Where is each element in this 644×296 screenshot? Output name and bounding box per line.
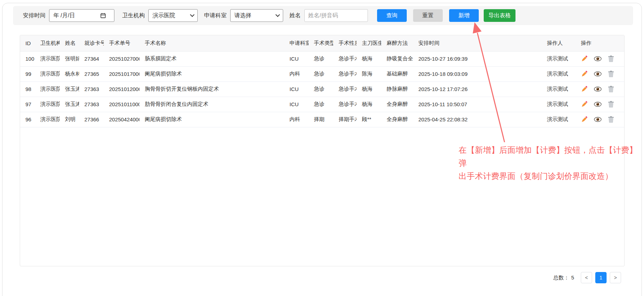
column-header: 卫生机构 — [35, 35, 60, 51]
column-header: 姓名 — [60, 35, 79, 51]
edit-icon[interactable] — [581, 86, 588, 92]
export-button[interactable]: 导出表格 — [484, 9, 515, 22]
total-value: 5 — [571, 274, 574, 280]
page-1-button[interactable]: 1 — [595, 272, 607, 283]
view-icon[interactable] — [594, 102, 602, 107]
view-icon[interactable] — [594, 56, 602, 61]
cell-id: 97 — [20, 97, 35, 112]
column-header: 主刀医生 — [357, 35, 381, 51]
table-header-row: ID卫生机构姓名就诊卡号手术单号手术名称申请科室手术类型手术性质主刀医生麻醉方法… — [20, 35, 625, 51]
row-actions — [576, 112, 625, 127]
cell-order_no: 202504240001 — [104, 112, 139, 127]
view-icon[interactable] — [594, 71, 602, 77]
cell-type: 急诊 — [309, 97, 333, 112]
annotation-text: 在【新增】后面增加【计费】按钮，点击【计费】弹 出手术计费界面（复制门诊划价界面… — [459, 144, 640, 183]
column-header: 手术类型 — [309, 35, 333, 51]
cell-time: 2025-04-25 22:08:32 — [413, 112, 542, 127]
pagination: 总数： 5 < 1 > — [553, 272, 621, 283]
cell-surgery: 肋骨骨折闭合复位内固定术 — [139, 97, 284, 112]
cell-name: 刘明 — [60, 112, 79, 127]
column-header: 操作人 — [542, 35, 576, 51]
cell-name: 张玉涛 — [60, 97, 79, 112]
cell-order_no: 202510170001 — [104, 66, 139, 81]
row-actions — [576, 66, 625, 81]
table-row: 99 演示医院 杨永林 27365 202510170001 阑尾病损切除术 内… — [20, 66, 625, 81]
cell-nature: 急诊手术 — [333, 97, 357, 112]
cell-card_no: 27363 — [79, 97, 104, 112]
cell-card_no: 27363 — [79, 81, 104, 97]
surgery-table: ID卫生机构姓名就诊卡号手术单号手术名称申请科室手术类型手术性质主刀医生麻醉方法… — [20, 35, 625, 127]
cell-dept: 内科 — [284, 112, 309, 127]
cell-surgeon: 杨海 — [357, 51, 381, 66]
cell-type: 急诊 — [309, 66, 333, 81]
total-label: 总数： — [553, 274, 569, 281]
cell-type: 择期 — [309, 112, 333, 127]
org-label: 卫生机构 — [122, 12, 145, 19]
cell-dept: ICU — [284, 51, 309, 66]
reset-button[interactable]: 重置 — [413, 9, 443, 22]
delete-icon[interactable] — [608, 55, 614, 62]
table-row: 98 演示医院 张玉涛 27363 202510120001 胸骨骨折切开复位钢… — [20, 81, 625, 97]
date-placeholder: 年 /月/日 — [53, 12, 75, 19]
cell-dept: ICU — [284, 97, 309, 112]
edit-icon[interactable] — [581, 55, 588, 62]
column-header: 手术性质 — [333, 35, 357, 51]
cell-type: 急诊 — [309, 51, 333, 66]
edit-icon[interactable] — [581, 101, 588, 108]
cell-operator: 演示测试 — [542, 51, 576, 66]
cell-anesthesia: 全身麻醉 — [381, 97, 413, 112]
cell-anesthesia: 基础麻醉 — [381, 66, 413, 81]
cell-nature: 急诊手术 — [333, 51, 357, 66]
delete-icon[interactable] — [608, 86, 614, 92]
column-header: ID — [20, 35, 35, 51]
row-actions — [576, 51, 625, 66]
cell-surgeon: 杨海 — [357, 81, 381, 97]
org-select[interactable]: 演示医院 — [148, 9, 198, 22]
edit-icon[interactable] — [581, 71, 588, 77]
edit-icon[interactable] — [581, 116, 588, 123]
schedule-date-input[interactable]: 年 /月/日 — [49, 9, 114, 22]
cell-org: 演示医院 — [35, 81, 60, 97]
table-row: 96 演示医院 刘明 27366 202504240001 阑尾病损切除术 内科… — [20, 112, 625, 127]
cell-surgery: 胸骨骨折切开复位钢板内固定术 — [139, 81, 284, 97]
column-header: 手术名称 — [139, 35, 284, 51]
cell-order_no: 202510110001 — [104, 97, 139, 112]
name-input[interactable] — [304, 9, 368, 22]
delete-icon[interactable] — [608, 71, 614, 77]
table-body: 100 演示医院 张明娟 27364 202510270001 肠系膜固定术 I… — [20, 51, 625, 127]
cell-dept: ICU — [284, 81, 309, 97]
cell-order_no: 202510120001 — [104, 81, 139, 97]
column-header: 安排时间 — [413, 35, 542, 51]
column-header: 申请科室 — [284, 35, 309, 51]
cell-order_no: 202510270001 — [104, 51, 139, 66]
column-header: 就诊卡号 — [79, 35, 104, 51]
delete-icon[interactable] — [608, 116, 614, 123]
prev-page-button[interactable]: < — [581, 272, 592, 283]
table-row: 97 演示医院 张玉涛 27363 202510110001 肋骨骨折闭合复位内… — [20, 97, 625, 112]
cell-surgeon: 陈海 — [357, 66, 381, 81]
cell-surgeon: 杨海 — [357, 97, 381, 112]
cell-org: 演示医院 — [35, 112, 60, 127]
query-button[interactable]: 查询 — [377, 9, 407, 22]
add-button[interactable]: 新增 — [449, 9, 479, 22]
column-header: 手术单号 — [104, 35, 139, 51]
calendar-icon[interactable] — [100, 13, 106, 18]
dept-select-value: 请选择 — [234, 12, 251, 19]
cell-org: 演示医院 — [35, 51, 60, 66]
row-actions — [576, 97, 625, 112]
view-icon[interactable] — [594, 86, 602, 92]
chevron-down-icon — [275, 12, 280, 17]
column-header: 操作 — [576, 35, 625, 51]
cell-nature: 急诊手术 — [333, 66, 357, 81]
org-select-value: 演示医院 — [153, 12, 175, 19]
cell-id: 100 — [20, 51, 35, 66]
cell-id: 96 — [20, 112, 35, 127]
delete-icon[interactable] — [608, 101, 614, 108]
cell-operator: 演示测试 — [542, 97, 576, 112]
dept-select[interactable]: 请选择 — [230, 9, 283, 22]
view-icon[interactable] — [594, 117, 602, 122]
next-page-button[interactable]: > — [610, 272, 621, 283]
cell-type: 急诊 — [309, 81, 333, 97]
table-row: 100 演示医院 张明娟 27364 202510270001 肠系膜固定术 I… — [20, 51, 625, 66]
schedule-time-label: 安排时间 — [23, 12, 46, 19]
